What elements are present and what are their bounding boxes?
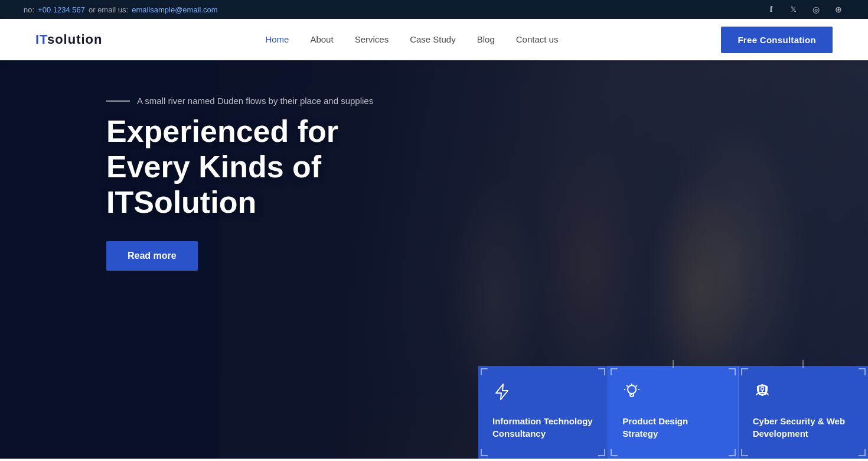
service-card-1: Information Technology Consultancy	[478, 366, 608, 459]
bolt-icon	[492, 382, 593, 405]
facebook-icon[interactable]	[765, 4, 777, 15]
hero-title-line2: Every Kinds of ITSolution	[106, 150, 321, 219]
dribbble-icon[interactable]	[833, 4, 844, 15]
nav-home[interactable]: Home	[265, 34, 289, 45]
hero-section: A small river named Duden flows by their…	[0, 60, 868, 459]
nav-contact[interactable]: Contact us	[516, 34, 559, 45]
hero-title: Experienced for Every Kinds of ITSolutio…	[106, 114, 413, 220]
corner-decoration	[729, 368, 736, 375]
svg-point-0	[628, 385, 636, 394]
corner-decoration	[859, 368, 866, 375]
social-links	[765, 4, 844, 15]
nav-case-study[interactable]: Case Study	[410, 34, 456, 45]
corner-decoration	[598, 368, 605, 375]
corner-decoration	[598, 449, 605, 456]
email-link[interactable]: emailsample@email.com	[132, 5, 217, 14]
nav-home-link[interactable]: Home	[265, 34, 289, 44]
nav-blog[interactable]: Blog	[477, 34, 495, 45]
email-separator: or email us:	[89, 5, 128, 14]
free-consultation-button[interactable]: Free Consultation	[721, 27, 833, 53]
top-bar: no: +00 1234 567 or email us: emailsampl…	[0, 0, 868, 19]
corner-decoration	[729, 449, 736, 456]
corner-decoration	[481, 368, 488, 375]
service-card-3: Cyber Security & Web Development	[739, 366, 868, 459]
corner-decoration	[741, 449, 748, 456]
service-card-1-title: Information Technology Consultancy	[492, 415, 593, 440]
corner-decoration	[741, 368, 748, 375]
corner-decoration	[611, 368, 618, 375]
card-connector	[673, 360, 674, 368]
top-bar-contact: no: +00 1234 567 or email us: emailsampl…	[24, 5, 218, 14]
phone-label: no:	[24, 5, 34, 14]
nav-menu: Home About Services Case Study Blog Cont…	[265, 34, 558, 45]
cyber-security-icon	[753, 382, 854, 405]
hero-subtitle-text: A small river named Duden flows by their…	[137, 96, 373, 106]
phone-link[interactable]: +00 1234 567	[38, 5, 85, 14]
nav-blog-link[interactable]: Blog	[477, 34, 495, 44]
svg-line-3	[636, 385, 637, 387]
service-card-2: Product Design Strategy	[608, 366, 738, 459]
nav-about-link[interactable]: About	[310, 34, 333, 44]
nav-services-link[interactable]: Services	[355, 34, 389, 44]
hero-title-line1: Experienced for	[106, 114, 338, 148]
navbar: ITsolution Home About Services Case Stud…	[0, 19, 868, 60]
corner-decoration	[859, 449, 866, 456]
read-more-button[interactable]: Read more	[106, 241, 198, 271]
hero-content: A small river named Duden flows by their…	[0, 60, 413, 271]
service-card-2-title: Product Design Strategy	[622, 415, 723, 440]
corner-decoration	[481, 449, 488, 456]
nav-contact-link[interactable]: Contact us	[516, 34, 559, 44]
card-connector	[802, 360, 804, 368]
logo[interactable]: ITsolution	[35, 32, 102, 47]
corner-decoration	[611, 449, 618, 456]
svg-line-2	[626, 385, 628, 387]
logo-it: IT	[35, 32, 47, 47]
service-cards: Information Technology Consultancy	[478, 366, 868, 459]
hero-subtitle: A small river named Duden flows by their…	[106, 96, 413, 106]
subtitle-line	[106, 100, 130, 102]
service-card-3-title: Cyber Security & Web Development	[753, 415, 854, 440]
lightbulb-icon	[622, 382, 723, 405]
svg-point-8	[761, 388, 763, 391]
nav-services[interactable]: Services	[355, 34, 389, 45]
logo-solution: solution	[47, 32, 103, 47]
nav-about[interactable]: About	[310, 34, 333, 45]
nav-case-study-link[interactable]: Case Study	[410, 34, 456, 44]
twitter-icon[interactable]	[788, 4, 800, 15]
instagram-icon[interactable]	[810, 4, 822, 15]
